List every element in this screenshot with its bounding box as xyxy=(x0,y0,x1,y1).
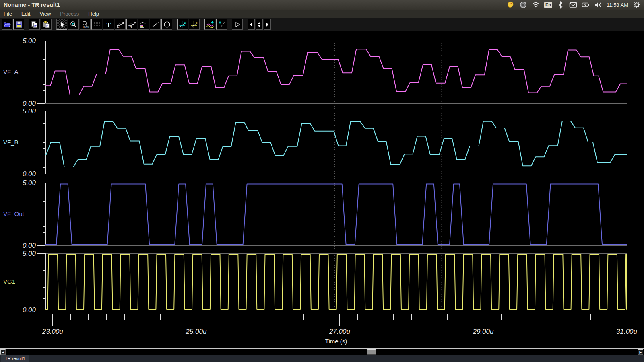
panel-VF_A: 5.000.00VF_A xyxy=(3,37,627,107)
horizontal-scrollbar[interactable]: ◀ ▶ xyxy=(0,348,644,355)
grid-icon xyxy=(93,21,101,29)
menu-view[interactable]: View xyxy=(39,11,51,17)
svg-text:b: b xyxy=(196,21,197,24)
session-icon xyxy=(633,1,641,9)
open-button[interactable] xyxy=(2,19,12,30)
session-icon[interactable] xyxy=(633,1,641,9)
probe-button[interactable] xyxy=(216,19,227,30)
grid-button[interactable] xyxy=(91,19,102,30)
x-axis-title: Time (s) xyxy=(325,338,347,345)
battery-icon[interactable] xyxy=(582,1,590,9)
scroll-left-button[interactable] xyxy=(248,19,255,30)
y-tick-label: 5.00 xyxy=(23,37,36,45)
cursor-b-icon: b xyxy=(190,21,198,29)
paste-button[interactable] xyxy=(41,19,52,30)
zoom-in-icon xyxy=(70,21,78,29)
scrollbar-left-button[interactable]: ◀ xyxy=(0,349,6,355)
text-button[interactable]: T xyxy=(103,19,114,30)
panel-VF_B: 5.000.00VF_B xyxy=(3,107,627,178)
x-tick-label: 25.00u xyxy=(186,328,206,336)
scroll-right-button[interactable] xyxy=(264,19,271,30)
curve-legend-icon xyxy=(140,21,148,29)
svg-text:T: T xyxy=(106,21,111,28)
svg-text:100%: 100% xyxy=(83,25,89,28)
titlebar: Noname - TR result1 En11:58 AM xyxy=(0,0,644,10)
screenshot-icon xyxy=(519,1,527,9)
waveform-plot: 5.000.00VF_A5.000.00VF_B5.000.00VF_Out5.… xyxy=(0,0,644,362)
signal-label-VF_B: VF_B xyxy=(3,139,19,146)
signal-label-VF_Out: VF_Out xyxy=(3,210,25,217)
line-icon xyxy=(151,21,159,29)
tab-tr-result1[interactable]: TR result1 xyxy=(1,355,29,362)
curve-query-button[interactable]: ? xyxy=(126,19,137,30)
x-tick-label: 29.00u xyxy=(473,328,493,336)
clock[interactable]: 11:58 AM xyxy=(607,2,628,8)
menu-file[interactable]: File xyxy=(4,11,12,17)
cursor-b-button[interactable]: b xyxy=(189,19,200,30)
cursor-a-icon: a xyxy=(179,21,187,29)
toolbar-group xyxy=(2,19,24,30)
screenshot-icon[interactable] xyxy=(519,1,527,9)
wifi-icon[interactable] xyxy=(532,1,540,9)
bluetooth-icon[interactable] xyxy=(557,1,565,9)
pointer-button[interactable] xyxy=(56,19,67,30)
legend-button[interactable] xyxy=(138,19,149,30)
signal-label-VF_A: VF_A xyxy=(3,68,19,75)
app-window: Noname - TR result1 En11:58 AM FileEditV… xyxy=(0,0,644,362)
add-curve-button[interactable] xyxy=(204,19,215,30)
curve-arrow-q-icon: ? xyxy=(128,21,136,29)
save-button[interactable] xyxy=(13,19,24,30)
app-icon[interactable] xyxy=(507,1,515,9)
pointer-icon xyxy=(58,21,66,29)
trace-VF_Out xyxy=(45,184,627,245)
play-button[interactable] xyxy=(232,19,243,30)
window-title: Noname - TR result1 xyxy=(0,2,60,8)
svg-text:a: a xyxy=(184,21,186,24)
volume-icon[interactable] xyxy=(594,1,602,9)
paste-icon xyxy=(42,21,50,29)
toolbar-group xyxy=(232,19,243,30)
y-tick-label: 0.00 xyxy=(23,242,36,249)
y-tick-label: 5.00 xyxy=(23,250,36,257)
cursor-a-button[interactable]: a xyxy=(177,19,188,30)
toolbar-group: 100%Ta? xyxy=(56,19,172,30)
mail-icon[interactable] xyxy=(569,1,577,9)
y-tick-label: 0.00 xyxy=(23,306,36,314)
zoom-in-button[interactable] xyxy=(68,19,79,30)
system-tray: En11:58 AM xyxy=(507,1,644,9)
copy-button[interactable] xyxy=(29,19,40,30)
scrollbar-right-button[interactable]: ▶ xyxy=(638,349,643,355)
zoom-100-button[interactable]: 100% xyxy=(80,19,91,30)
panel-VG1: 5.000.00VG1 xyxy=(3,250,627,314)
play-icon xyxy=(233,21,242,29)
y-tick-label: 5.00 xyxy=(23,107,36,115)
panel-VF_Out: 5.000.00VF_Out xyxy=(3,179,627,249)
arrow-right-icon xyxy=(264,21,270,29)
battery-icon xyxy=(582,1,590,9)
mail-icon xyxy=(569,1,577,9)
keyboard-layout-indicator[interactable]: En xyxy=(544,2,552,8)
annotate-curve-button[interactable]: a xyxy=(115,19,126,30)
menu-edit[interactable]: Edit xyxy=(21,11,30,17)
svg-text:a: a xyxy=(118,25,119,28)
trace-VF_B xyxy=(45,121,627,167)
toolbar-group: ab xyxy=(177,19,200,30)
curve-arrow-a-icon: a xyxy=(116,21,124,29)
probe-plus-icon xyxy=(218,21,226,29)
spin-button[interactable] xyxy=(256,19,263,30)
ellipse-icon xyxy=(163,21,171,29)
toolbar-group xyxy=(204,19,227,30)
ellipse-button[interactable] xyxy=(161,19,172,30)
scrollbar-thumb[interactable] xyxy=(367,349,376,355)
wifi-icon xyxy=(532,1,540,9)
menu-help[interactable]: Help xyxy=(88,11,99,17)
app-icon xyxy=(507,1,515,9)
x-tick-label: 27.00u xyxy=(329,328,350,336)
trace-VG1 xyxy=(45,254,627,309)
text-icon: T xyxy=(105,21,113,29)
menu-process: Process xyxy=(60,11,79,17)
tabbar: TR result1 xyxy=(0,355,644,362)
bluetooth-icon xyxy=(557,1,565,9)
line-button[interactable] xyxy=(150,19,161,30)
copy-icon xyxy=(31,21,39,29)
